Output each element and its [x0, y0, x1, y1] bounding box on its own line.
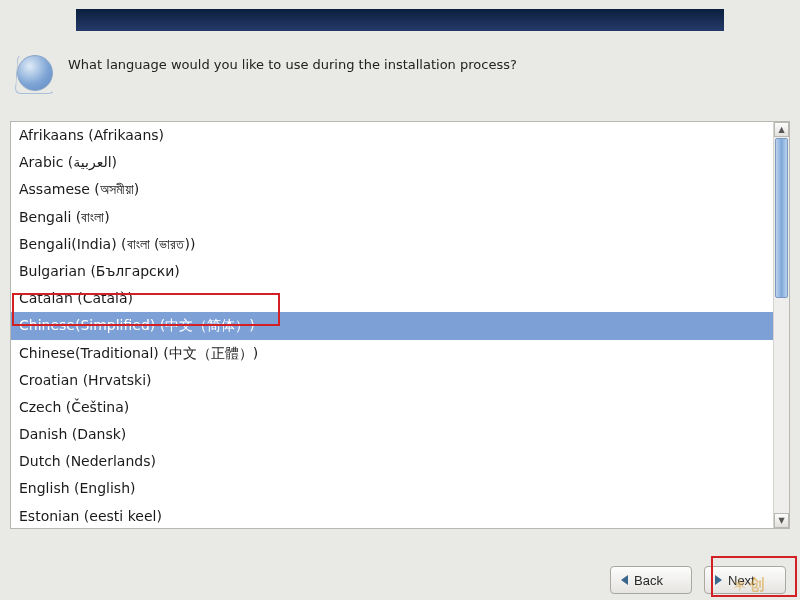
scrollbar[interactable]: ▲ ▼ — [773, 122, 789, 528]
next-button[interactable]: Next — [704, 566, 786, 594]
scroll-down-button[interactable]: ▼ — [774, 513, 789, 528]
arrow-left-icon — [621, 575, 628, 585]
language-option[interactable]: Estonian (eesti keel) — [11, 503, 773, 528]
language-option[interactable]: Arabic (العربية) — [11, 149, 773, 176]
title-banner — [76, 9, 724, 31]
language-option[interactable]: Chinese(Simplified) (中文（简体）) — [11, 312, 773, 339]
language-list[interactable]: Afrikaans (Afrikaans)Arabic (العربية)Ass… — [11, 122, 773, 528]
arrow-right-icon — [715, 575, 722, 585]
footer: Back Next — [0, 562, 800, 598]
language-option[interactable]: Assamese (অসমীয়া) — [11, 176, 773, 203]
globe-icon — [16, 54, 56, 94]
header: What language would you like to use duri… — [16, 54, 784, 94]
language-option[interactable]: Catalan (Català) — [11, 285, 773, 312]
language-option[interactable]: Czech (Čeština) — [11, 394, 773, 421]
scroll-up-button[interactable]: ▲ — [774, 122, 789, 137]
back-button-label: Back — [634, 573, 663, 588]
next-button-label: Next — [728, 573, 755, 588]
language-option[interactable]: Croatian (Hrvatski) — [11, 367, 773, 394]
language-listbox[interactable]: Afrikaans (Afrikaans)Arabic (العربية)Ass… — [10, 121, 790, 529]
language-option[interactable]: Bulgarian (Български) — [11, 258, 773, 285]
language-option[interactable]: Bengali (বাংলা) — [11, 204, 773, 231]
language-option[interactable]: English (English) — [11, 475, 773, 502]
language-option[interactable]: Bengali(India) (বাংলা (ভারত)) — [11, 231, 773, 258]
language-option[interactable]: Afrikaans (Afrikaans) — [11, 122, 773, 149]
language-option[interactable]: Chinese(Traditional) (中文（正體）) — [11, 340, 773, 367]
language-option[interactable]: Dutch (Nederlands) — [11, 448, 773, 475]
prompt-text: What language would you like to use duri… — [68, 54, 517, 74]
language-option[interactable]: Danish (Dansk) — [11, 421, 773, 448]
back-button[interactable]: Back — [610, 566, 692, 594]
scroll-thumb[interactable] — [775, 138, 788, 298]
